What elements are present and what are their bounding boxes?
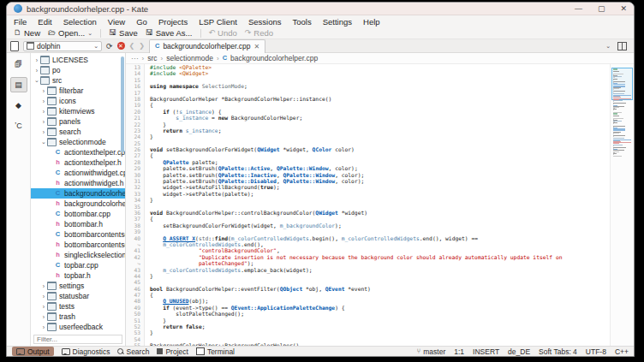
tree-folder[interactable]: ›trash (31, 312, 125, 322)
save-as-button[interactable]: 🖫Save As... (146, 28, 193, 38)
chevron-right-icon[interactable]: › (33, 57, 40, 63)
tree-file[interactable]: hactiontexthelper.h (31, 157, 125, 168)
title-bar[interactable]: backgroundcolorhelper.cpp - Kate — ▢ ✕ (7, 3, 634, 15)
tree-folder[interactable]: ⌄selectionmode (31, 137, 125, 147)
tree-folder[interactable]: ›po (31, 65, 125, 75)
undo-button[interactable]: ↶Undo (209, 28, 237, 38)
chevron-right-icon[interactable]: › (40, 283, 47, 289)
bottom-tab-project[interactable]: Project (157, 347, 188, 356)
maximize-icon[interactable]: ▢ (598, 5, 605, 13)
syntax-language[interactable]: C++ (615, 347, 629, 356)
new-document-button[interactable]: 🗋New (14, 28, 40, 38)
tab-backgroundcolorhelper[interactable]: C backgroundcolorhelper.cpp ✕ (149, 39, 265, 54)
tree-file[interactable]: hbackgroundcolorhelper.h (31, 199, 125, 209)
reload-icon[interactable]: ⟳ (106, 42, 113, 50)
breadcrumb[interactable]: ⋯›src›selectionmode›Cbackgroundcolorhelp… (126, 53, 634, 64)
menu-edit[interactable]: Edit (38, 17, 51, 27)
tree-folder[interactable]: ›panels (31, 116, 125, 127)
tree-file[interactable]: hsingleclickselectionproxy... (31, 250, 125, 260)
tree-folder[interactable]: ›icons (31, 96, 125, 106)
tree-folder[interactable]: ›statusbar (31, 291, 125, 301)
breadcrumb-item[interactable]: backgroundcolorhelper.cpp (230, 54, 318, 62)
breadcrumb-item[interactable]: selectionmode (166, 54, 213, 62)
chevron-down-icon[interactable]: ⌄ (33, 77, 40, 84)
sidebar-tool-git[interactable]: ◆ (10, 98, 27, 113)
sidebar-tool-lsp-symbols[interactable]: ʼC (10, 118, 27, 134)
tree-file[interactable]: htopbar.h (31, 270, 125, 281)
save-button[interactable]: 🖫Save (109, 28, 138, 38)
input-mode[interactable]: INSERT (473, 347, 499, 356)
chevron-right-icon[interactable]: › (40, 304, 47, 310)
split-view-icon[interactable] (617, 42, 627, 50)
sidebar-tool-documents[interactable]: 🗐 (10, 56, 27, 72)
chevron-right-icon[interactable]: › (33, 68, 40, 74)
bottom-tab-search[interactable]: Search (117, 347, 149, 356)
chevron-right-icon[interactable]: › (40, 294, 47, 300)
menu-projects[interactable]: Projects (158, 17, 188, 27)
menu-file[interactable]: File (14, 17, 27, 27)
chevron-right-icon[interactable]: › (40, 324, 47, 330)
tree-folder[interactable]: ›settings (31, 281, 125, 291)
tree-file[interactable]: hbottombar.h (31, 219, 125, 229)
bottom-tab-output[interactable]: Output (12, 347, 54, 356)
git-branch[interactable]: master (423, 347, 445, 356)
menu-help[interactable]: Help (363, 17, 380, 27)
project-combobox[interactable]: dolphin ⌄ (23, 41, 102, 51)
tree-folder[interactable]: ›tests (31, 301, 125, 312)
tree-file[interactable]: Ctopbar.cpp (31, 260, 125, 270)
tree-file[interactable]: Cactiontexthelper.cpp (31, 147, 125, 157)
menu-lsp-client[interactable]: LSP Client (199, 17, 237, 27)
dictionary[interactable]: de_DE (508, 347, 530, 356)
close-project-icon[interactable]: ✕ (117, 42, 125, 50)
tree-file[interactable]: hbottombarcontentscont... (31, 240, 125, 250)
tree-scrollbar[interactable] (121, 56, 124, 152)
tab-close-icon[interactable]: ✕ (253, 43, 259, 50)
minimize-icon[interactable]: — (575, 5, 582, 13)
tab-mode[interactable]: Soft Tabs: 4 (539, 347, 577, 356)
tree-folder[interactable]: ›userfeedback (31, 322, 125, 332)
tree-file[interactable]: Cbottombar.cpp (31, 209, 125, 219)
chevron-right-icon[interactable]: › (40, 314, 47, 320)
tree-folder[interactable]: ›filterbar (31, 86, 125, 96)
chevron-right-icon[interactable]: › (40, 109, 47, 115)
more-documents-icon[interactable]: ⌄ (605, 43, 611, 50)
tree-file[interactable]: Cbackgroundcolorhelper.c... (31, 188, 125, 199)
filter-input[interactable] (33, 335, 122, 344)
bottom-tab-terminal[interactable]: Terminal (196, 347, 235, 356)
forward-icon[interactable]: ❯ (139, 42, 145, 50)
chevron-right-icon[interactable]: › (40, 129, 47, 135)
breadcrumb-ellipsis[interactable]: ⋯ (131, 54, 139, 62)
chevron-right-icon[interactable]: › (40, 98, 47, 104)
encoding[interactable]: UTF-8 (586, 347, 606, 356)
chevron-right-icon[interactable]: › (40, 88, 47, 94)
tree-folder[interactable]: ›kitemviews (31, 106, 125, 116)
minimap-scrollbar[interactable] (610, 64, 634, 346)
menu-settings[interactable]: Settings (323, 17, 352, 27)
code-line: 46bool BackgroundColorHelper::eventFilte… (126, 286, 610, 292)
menu-go[interactable]: Go (136, 17, 147, 27)
menu-tools[interactable]: Tools (293, 17, 312, 27)
code-view[interactable]: 13#include <QPalette>14#include <QWidget… (126, 64, 610, 346)
bottom-tab-diagnostics[interactable]: Diagnostics (62, 347, 110, 356)
tree-file[interactable]: Cactionwithwidget.cpp (31, 168, 125, 178)
cpp-file-icon: C (54, 262, 62, 269)
menu-sessions[interactable]: Sessions (248, 17, 282, 27)
tree-file[interactable]: hactionwithwidget.h (31, 178, 125, 188)
cursor-position[interactable]: 1:1 (454, 347, 464, 356)
open-document-button[interactable]: 🗁Open...⌄ (48, 28, 92, 38)
redo-button[interactable]: ↷Redo (245, 28, 273, 38)
tree-folder[interactable]: ›LICENSES (31, 55, 125, 65)
sidebar-tool-filesystem-browser[interactable]: ▤ (10, 77, 27, 92)
chevron-down-icon[interactable]: ⌄ (40, 139, 47, 145)
tree-file[interactable]: Cbottombarcontentscont... (31, 229, 125, 240)
tree-folder[interactable]: ›search (31, 127, 125, 137)
documents-icon[interactable] (10, 41, 19, 51)
back-icon[interactable]: ❮ (129, 42, 135, 50)
chevron-right-icon[interactable]: › (40, 119, 47, 125)
close-icon[interactable]: ✕ (620, 5, 627, 13)
tree-folder[interactable]: ⌄src (31, 75, 125, 86)
menu-selection[interactable]: Selection (63, 17, 97, 27)
menu-view[interactable]: View (108, 17, 125, 27)
chevron-down-icon[interactable]: ⌄ (87, 30, 92, 37)
breadcrumb-item[interactable]: src (147, 54, 157, 62)
